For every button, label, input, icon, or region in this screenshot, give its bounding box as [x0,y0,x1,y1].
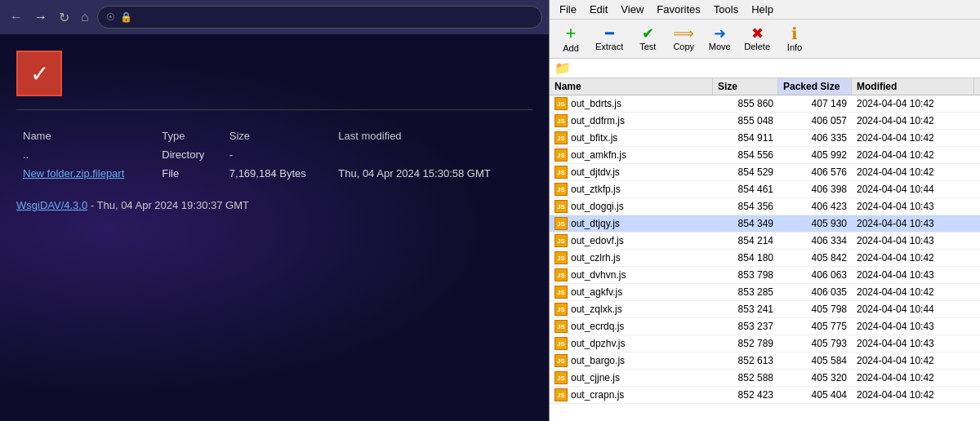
toolbar-extract-button[interactable]: ━Extract [590,24,628,53]
file-size-cell: 854 180 [713,250,778,266]
filename: out_agkfv.js [571,286,622,298]
js-file-icon: JS [555,166,568,179]
list-item[interactable]: JS out_dogqi.js 854 356 406 423 2024-04-… [550,198,980,215]
wsgi-link[interactable]: WsgiDAV/4.3.0 [16,199,87,211]
file-modified-cell: 2024-04-04 10:43 [852,335,974,352]
filename: out_dpzhv.js [571,338,626,349]
menu-favorites[interactable]: Favorites [650,2,706,17]
list-item[interactable]: JS out_ecrdq.js 853 237 405 775 2024-04-… [550,318,980,335]
file-name-cell: JS out_ecrdq.js [550,318,713,335]
toolbar-copy-button[interactable]: ⟹Copy [667,24,700,53]
list-item[interactable]: JS out_agkfv.js 853 285 406 035 2024-04-… [550,284,980,301]
filename: out_zqlxk.js [571,304,622,315]
list-item[interactable]: JS out_djtdv.js 854 529 406 576 2024-04-… [550,164,980,181]
cell-type: File [155,164,223,183]
file-packed-cell: 406 063 [778,267,852,283]
fm-toolbar: +Add━Extract✔Test⟹Copy➜Move✖DeleteℹInfo [550,20,980,59]
header-size[interactable]: Size [713,78,778,95]
list-item[interactable]: JS out_ddfrm.js 855 048 406 057 2024-04-… [550,113,980,130]
file-name-cell: JS out_edovf.js [550,233,713,249]
cell-name[interactable]: New folder.zip.filepart [16,164,155,183]
col-type: Type [155,126,223,145]
logo-box: ✓ [16,51,62,96]
list-item[interactable]: JS out_dpzhv.js 852 789 405 793 2024-04-… [550,335,980,352]
file-name-cell: JS out_agkfv.js [550,284,713,300]
address-bar[interactable]: ☉ 🔒 [97,6,542,29]
file-name-cell: JS out_bdrts.js [550,95,713,112]
js-file-icon: JS [555,286,568,299]
file-packed-cell: 407 149 [778,95,852,112]
table-row: .. Directory - [16,145,532,164]
list-item[interactable]: JS out_crapn.js 852 423 405 404 2024-04-… [550,387,980,404]
list-item[interactable]: JS out_dvhvn.js 853 798 406 063 2024-04-… [550,267,980,284]
refresh-button[interactable]: ↻ [56,8,73,27]
list-item[interactable]: JS out_edovf.js 854 214 406 334 2024-04-… [550,233,980,250]
file-size-cell: 852 789 [713,335,778,352]
file-size-cell: 854 529 [713,164,778,180]
file-packed-cell: 405 992 [778,147,852,163]
header-modified[interactable]: Modified [852,78,974,95]
file-name-cell: JS out_djtdv.js [550,164,713,180]
toolbar-move-button[interactable]: ➜Move [703,24,736,53]
file-packed-cell: 405 930 [778,215,852,232]
file-size-cell: 854 214 [713,233,778,249]
file-size-cell: 854 349 [713,215,778,232]
toolbar-test-button[interactable]: ✔Test [631,24,664,53]
list-item[interactable]: JS out_cjjne.js 852 588 405 320 2024-04-… [550,370,980,387]
list-item[interactable]: JS out_bfitx.js 854 911 406 335 2024-04-… [550,130,980,147]
file-packed-cell: 405 798 [778,301,852,317]
filename: out_bdrts.js [571,98,621,109]
file-name-cell: JS out_ztkfp.js [550,181,713,197]
js-file-icon: JS [555,97,568,110]
toolbar-delete-button[interactable]: ✖Delete [739,24,775,53]
js-file-icon: JS [555,131,568,144]
menu-tools[interactable]: Tools [707,2,745,17]
file-size-cell: 853 798 [713,267,778,283]
list-item[interactable]: JS out_zqlxk.js 853 241 405 798 2024-04-… [550,301,980,318]
filename: out_dvhvn.js [571,269,626,281]
header-name[interactable]: Name [550,78,713,95]
js-file-icon: JS [555,371,568,384]
list-item[interactable]: JS out_czlrh.js 854 180 405 842 2024-04-… [550,250,980,267]
list-item[interactable]: JS out_ztkfp.js 854 461 406 398 2024-04-… [550,181,980,198]
filename: out_crapn.js [571,389,624,401]
list-item[interactable]: JS out_amkfn.js 854 556 405 992 2024-04-… [550,147,980,164]
menu-file[interactable]: File [553,2,583,17]
filename: out_djtdv.js [571,166,620,178]
home-button[interactable]: ⌂ [78,8,92,26]
fm-menubar: FileEditViewFavoritesToolsHelp [550,0,980,20]
file-name-cell: JS out_dvhvn.js [550,267,713,283]
file-packed-cell: 405 584 [778,352,852,369]
col-modified: Last modified [332,126,532,145]
list-item[interactable]: JS out_dtjqy.js 854 349 405 930 2024-04-… [550,215,980,233]
shield-icon: ☉ [106,11,115,23]
file-table: Name Type Size Last modified .. Director… [16,126,532,183]
file-name-cell: JS out_dpzhv.js [550,335,713,352]
file-name-cell: JS out_crapn.js [550,387,713,403]
filename: out_dtjqy.js [571,218,620,229]
file-size-cell: 853 241 [713,301,778,317]
file-modified-cell: 2024-04-04 10:42 [852,164,974,180]
menu-view[interactable]: View [614,2,650,17]
js-file-icon: JS [555,268,568,281]
file-name-cell: JS out_zqlxk.js [550,301,713,317]
fm-path-bar: 📁 [550,59,980,78]
cell-name: .. [16,145,155,164]
forward-button[interactable]: → [31,8,51,26]
filename: out_czlrh.js [571,252,621,264]
header-packed[interactable]: Packed Size [778,78,852,95]
file-packed-cell: 406 335 [778,130,852,146]
list-item[interactable]: JS out_bargo.js 852 613 405 584 2024-04-… [550,352,980,370]
menu-edit[interactable]: Edit [583,2,614,17]
file-size-cell: 854 911 [713,130,778,146]
toolbar-add-button[interactable]: +Add [555,23,587,55]
toolbar-info-button[interactable]: ℹInfo [778,24,811,54]
fm-file-list[interactable]: Name Size Packed Size Modified JS out_bd… [550,78,980,421]
file-size-cell: 852 423 [713,387,778,403]
menu-help[interactable]: Help [745,2,780,17]
file-packed-cell: 406 423 [778,198,852,215]
file-packed-cell: 406 576 [778,164,852,180]
back-button[interactable]: ← [7,8,26,26]
list-item[interactable]: JS out_bdrts.js 855 860 407 149 2024-04-… [550,95,980,113]
table-row: New folder.zip.filepart File 7,169,184 B… [16,164,532,183]
